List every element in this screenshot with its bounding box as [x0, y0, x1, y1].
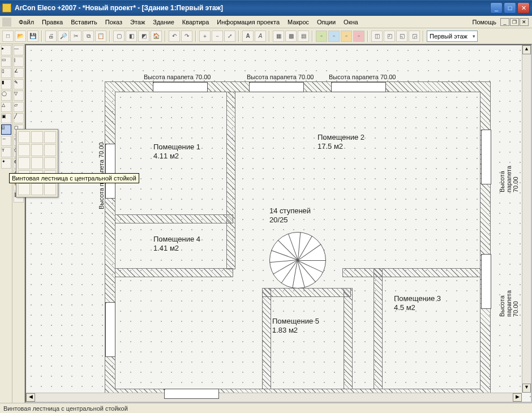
vtool-line-icon[interactable]: ╱ [14, 113, 24, 123]
window-opening[interactable] [482, 255, 491, 308]
menu-project-info[interactable]: Информация проекта [213, 17, 284, 27]
scroll-right-button[interactable]: ▶ [513, 393, 522, 402]
horizontal-scrollbar[interactable]: ◀ ▶ [26, 393, 522, 402]
menu-macros[interactable]: Макрос [284, 17, 313, 27]
stair-type-btn[interactable] [31, 144, 43, 156]
mdi-close[interactable]: ✕ [520, 18, 529, 26]
stair-type-btn[interactable] [18, 157, 30, 169]
scroll-up-button[interactable]: ▲ [522, 45, 531, 54]
drawing-canvas[interactable]: Высота парапета 70.00 Высота парапета 70… [26, 45, 531, 402]
spiral-staircase[interactable] [269, 232, 326, 289]
tb-zoomout-icon[interactable]: － [212, 31, 223, 42]
window-opening[interactable] [165, 389, 218, 398]
partition[interactable] [115, 215, 233, 223]
partition[interactable] [263, 289, 271, 389]
window-opening[interactable] [250, 83, 303, 92]
tb-zoomfit-icon[interactable]: ⤢ [224, 31, 235, 42]
tb-group2-icon[interactable]: ▩ [285, 31, 297, 42]
vtool-dim-icon[interactable]: ↔ [1, 136, 11, 146]
tb-layer3-icon[interactable]: ▫ [341, 31, 352, 42]
tb-text-icon[interactable]: A [242, 31, 254, 42]
vtool-roof-icon[interactable]: △ [1, 102, 11, 112]
stair-type-btn[interactable] [18, 144, 30, 156]
tb-save-icon[interactable]: 💾 [27, 31, 38, 42]
menu-file[interactable]: Файл [15, 17, 38, 27]
window-opening[interactable] [106, 144, 115, 198]
partition[interactable] [374, 269, 382, 389]
tb-copy-icon[interactable]: ⧉ [83, 31, 94, 42]
tb-open-icon[interactable]: 📂 [15, 31, 26, 42]
tb-group1-icon[interactable]: ▦ [273, 31, 284, 42]
stair-type-btn[interactable] [44, 144, 56, 156]
tb-view3d-icon[interactable]: ◧ [126, 31, 137, 42]
window-opening[interactable] [332, 83, 385, 92]
tb-layer1-icon[interactable]: ▫ [316, 31, 327, 42]
tb-zoomin-icon[interactable]: ＋ [199, 31, 211, 42]
tb-undo-icon[interactable]: ↶ [169, 31, 180, 42]
menu-apartment[interactable]: Квартира [178, 17, 213, 27]
stair-type-btn[interactable] [44, 157, 56, 169]
mdi-minimize[interactable]: _ [500, 18, 509, 26]
mdi-restore[interactable]: ❐ [510, 18, 519, 26]
tb-misc2-icon[interactable]: ◰ [384, 31, 395, 42]
partition[interactable] [227, 92, 235, 269]
menu-windows[interactable]: Окна [340, 17, 362, 27]
window-opening[interactable] [482, 130, 491, 184]
maximize-button[interactable]: □ [504, 2, 516, 14]
menu-view[interactable]: Показ [101, 17, 126, 27]
tb-paste-icon[interactable]: 📋 [95, 31, 106, 42]
menu-building[interactable]: Здание [149, 17, 178, 27]
menu-edit[interactable]: Правка [38, 17, 67, 27]
vtool-room-icon[interactable]: ▣ [1, 113, 11, 123]
menu-options[interactable]: Опции [313, 17, 340, 27]
vtool-stair-icon[interactable]: ⌼ [1, 124, 11, 135]
tb-layer2-icon[interactable]: ▫ [328, 31, 340, 42]
vtool-dim-h-icon[interactable]: — [14, 45, 24, 55]
tb-cut-icon[interactable]: ✂ [70, 31, 81, 42]
menu-insert[interactable]: Вставить [67, 17, 101, 27]
vtool-dim-v-icon[interactable]: | [14, 57, 24, 67]
tb-new-icon[interactable]: □ [2, 31, 14, 42]
tb-viewiso-icon[interactable]: ◩ [138, 31, 149, 42]
vtool-pointer-icon[interactable]: ▸ [1, 45, 11, 55]
window-opening[interactable] [153, 83, 207, 92]
vtool-door-icon[interactable]: ▮ [1, 79, 11, 89]
tb-preview-icon[interactable]: 🔎 [58, 31, 69, 42]
minimize-button[interactable]: _ [490, 2, 503, 14]
stair-type-btn[interactable] [44, 183, 56, 195]
tb-misc1-icon[interactable]: ◫ [371, 31, 383, 42]
tb-group3-icon[interactable]: ▤ [298, 31, 309, 42]
tb-print-icon[interactable]: 🖨 [45, 31, 57, 42]
door-opening[interactable] [106, 303, 115, 356]
partition[interactable] [344, 289, 352, 389]
vtool-dim-a-icon[interactable]: ∠ [14, 68, 24, 78]
partition[interactable] [115, 269, 233, 277]
menu-help[interactable]: Помощь [469, 17, 501, 27]
close-button[interactable]: ✕ [517, 2, 530, 14]
vtool-note-icon[interactable]: ✎ [14, 79, 24, 89]
vtool-object-icon[interactable]: ✦ [1, 158, 11, 169]
stair-type-btn[interactable] [44, 131, 56, 143]
stair-type-btn[interactable] [31, 183, 43, 195]
stair-type-btn[interactable] [31, 157, 43, 169]
tb-misc4-icon[interactable]: ◲ [409, 31, 420, 42]
vtool-level-icon[interactable]: ▽ [14, 91, 24, 101]
vtool-wall-icon[interactable]: ▭ [1, 57, 11, 67]
stair-palette[interactable] [16, 129, 58, 197]
scroll-down-button[interactable]: ▼ [522, 384, 531, 393]
vtool-text-icon[interactable]: T [1, 147, 11, 157]
vertical-scrollbar[interactable]: ▲ ▼ [522, 45, 531, 393]
tb-layer4-icon[interactable]: ▫ [353, 31, 364, 42]
vtool-area-icon[interactable]: ▱ [14, 102, 24, 112]
partition[interactable] [343, 269, 480, 277]
tb-house-icon[interactable]: 🏠 [151, 31, 162, 42]
vtool-column-icon[interactable]: ◯ [1, 91, 11, 101]
tb-font-icon[interactable]: A [255, 31, 266, 42]
partition[interactable] [263, 289, 350, 296]
vtool-window-icon[interactable]: ▯ [1, 68, 11, 78]
stair-type-btn[interactable] [31, 131, 43, 143]
stair-type-btn[interactable] [18, 131, 30, 143]
floor-select[interactable]: Первый этаж [427, 31, 478, 42]
tb-redo-icon[interactable]: ↷ [181, 31, 192, 42]
scroll-left-button[interactable]: ◀ [26, 393, 35, 402]
